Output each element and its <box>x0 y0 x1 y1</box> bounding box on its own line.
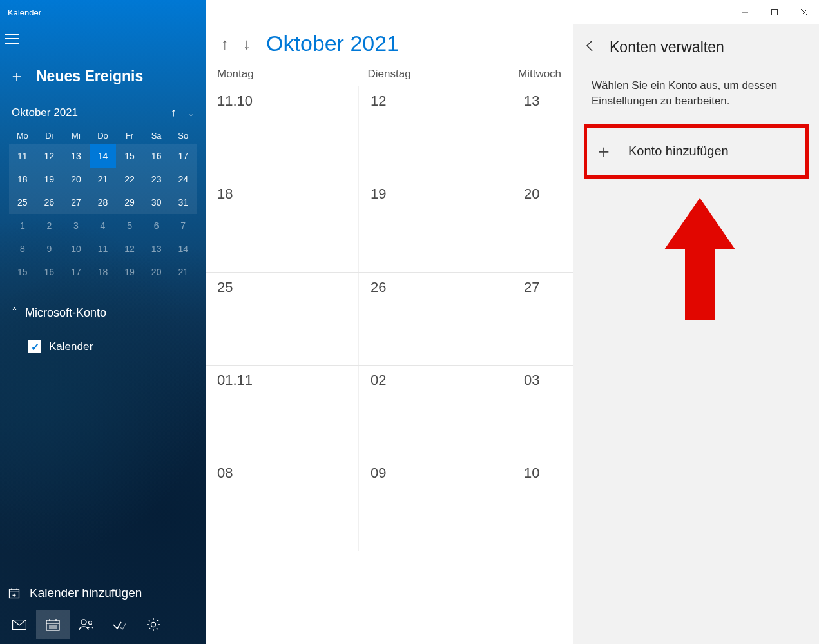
mini-cal-day[interactable]: 19 <box>116 260 143 284</box>
mini-calendar-grid: MoDiMiDoFrSaSo11121314151617181920212223… <box>9 127 197 284</box>
mini-cal-day[interactable]: 5 <box>116 214 143 237</box>
hamburger-menu-button[interactable] <box>0 24 206 54</box>
calendar-cell[interactable]: 25 <box>206 273 359 365</box>
calendar-cell[interactable]: 01.11 <box>206 366 359 458</box>
mini-cal-day[interactable]: 24 <box>169 168 197 191</box>
mini-cal-day[interactable]: 18 <box>9 168 36 191</box>
calendar-item-label: Kalender <box>49 340 93 353</box>
mini-cal-day[interactable]: 15 <box>9 260 36 284</box>
mini-cal-weekday: Di <box>36 127 63 144</box>
add-calendar-label: Kalender hinzufügen <box>30 586 142 600</box>
mini-calendar: Oktober 2021 ↑ ↓ MoDiMiDoFrSaSo111213141… <box>0 98 206 290</box>
mini-cal-weekday: Do <box>90 127 117 144</box>
mini-cal-day[interactable]: 7 <box>169 214 197 237</box>
mini-cal-day[interactable]: 18 <box>90 260 117 284</box>
mini-cal-day[interactable]: 21 <box>90 168 117 191</box>
mini-cal-day[interactable]: 19 <box>36 168 63 191</box>
mini-cal-day[interactable]: 20 <box>143 260 170 284</box>
mini-cal-day[interactable]: 28 <box>90 191 117 214</box>
main-area: ↑ ↓ Oktober 2021 Heute Tage MontagDienst… <box>206 0 819 644</box>
gear-icon[interactable] <box>137 610 170 639</box>
add-account-button[interactable]: ＋ Konto hinzufügen <box>588 129 804 174</box>
calendar-cell[interactable]: 19 <box>359 179 512 271</box>
mini-cal-day[interactable]: 14 <box>169 237 197 260</box>
chevron-up-icon: ˄ <box>12 306 17 320</box>
sidebar: Kalender ＋ Neues Ereignis Oktober 2021 ↑… <box>0 0 206 644</box>
svg-point-18 <box>151 623 156 627</box>
calendar-checkbox-row[interactable]: ✓ Kalender <box>12 320 194 353</box>
mini-cal-day[interactable]: 29 <box>116 191 143 214</box>
annotation-arrow <box>664 198 729 320</box>
mini-cal-weekday: So <box>169 127 197 144</box>
mini-cal-day[interactable]: 15 <box>116 144 143 168</box>
mini-cal-day[interactable]: 11 <box>9 144 36 168</box>
mini-cal-day[interactable]: 4 <box>90 214 117 237</box>
mini-cal-day[interactable]: 16 <box>36 260 63 284</box>
svg-point-16 <box>81 620 86 625</box>
mini-cal-weekday: Mi <box>63 127 90 144</box>
calendar-cell[interactable]: 08 <box>206 458 359 551</box>
panel-title: Konten verwalten <box>610 39 724 56</box>
add-calendar-button[interactable]: Kalender hinzufügen <box>0 580 206 607</box>
mini-cal-day[interactable]: 25 <box>9 191 36 214</box>
mini-cal-day[interactable]: 16 <box>143 144 170 168</box>
checkbox-checked-icon: ✓ <box>28 340 41 353</box>
calendar-cell[interactable]: 26 <box>359 273 512 365</box>
calendar-cell[interactable]: 02 <box>359 366 512 458</box>
mini-cal-day[interactable]: 12 <box>116 237 143 260</box>
mini-cal-day[interactable]: 14 <box>90 144 117 168</box>
mini-cal-day[interactable]: 11 <box>90 237 117 260</box>
day-header: Dienstag <box>368 68 519 81</box>
calendar-cell[interactable]: 09 <box>359 458 512 551</box>
calendar-icon[interactable] <box>36 610 70 639</box>
new-event-button[interactable]: ＋ Neues Ereignis <box>0 54 206 98</box>
next-period-button[interactable]: ↓ <box>239 32 255 55</box>
svg-rect-20 <box>772 10 778 15</box>
prev-period-button[interactable]: ↑ <box>217 32 233 55</box>
mini-cal-day[interactable]: 2 <box>36 214 63 237</box>
account-label: Microsoft-Konto <box>25 306 106 320</box>
mini-cal-day[interactable]: 10 <box>63 237 90 260</box>
close-button[interactable] <box>789 3 819 22</box>
mini-cal-day[interactable]: 8 <box>9 237 36 260</box>
mini-cal-day[interactable]: 26 <box>36 191 63 214</box>
panel-back-button[interactable] <box>581 39 598 56</box>
mini-cal-day[interactable]: 31 <box>169 191 197 214</box>
svg-point-17 <box>89 621 92 625</box>
mini-cal-day[interactable]: 27 <box>63 191 90 214</box>
calendar-cell[interactable]: 11.10 <box>206 86 359 179</box>
panel-description: Wählen Sie ein Konto aus, um dessen Eins… <box>573 68 819 124</box>
add-account-label: Konto hinzufügen <box>628 144 729 159</box>
mini-cal-day[interactable]: 3 <box>63 214 90 237</box>
maximize-button[interactable] <box>760 3 789 22</box>
mini-cal-day[interactable]: 20 <box>63 168 90 191</box>
account-toggle[interactable]: ˄ Microsoft-Konto <box>12 306 194 320</box>
mini-cal-day[interactable]: 23 <box>143 168 170 191</box>
svg-rect-10 <box>46 620 59 630</box>
mini-cal-prev-button[interactable]: ↑ <box>171 106 177 119</box>
calendar-cell[interactable]: 12 <box>359 86 512 179</box>
mini-cal-day[interactable]: 22 <box>116 168 143 191</box>
mini-cal-day[interactable]: 12 <box>36 144 63 168</box>
minimize-button[interactable] <box>730 3 760 22</box>
mini-cal-day[interactable]: 21 <box>169 260 197 284</box>
calendar-cell[interactable]: 18 <box>206 179 359 271</box>
mini-cal-day[interactable]: 30 <box>143 191 170 214</box>
mini-cal-next-button[interactable]: ↓ <box>188 106 194 119</box>
mini-cal-day[interactable]: 17 <box>63 260 90 284</box>
day-header: Montag <box>217 68 368 81</box>
mini-cal-day[interactable]: 6 <box>143 214 170 237</box>
app-title-bar: Kalender <box>0 0 206 24</box>
mini-cal-day[interactable]: 9 <box>36 237 63 260</box>
window-title-bar <box>206 0 819 24</box>
todo-icon[interactable] <box>103 610 137 639</box>
app-title: Kalender <box>8 8 41 17</box>
mini-cal-day[interactable]: 13 <box>63 144 90 168</box>
mini-cal-weekday: Mo <box>9 127 36 144</box>
mini-cal-day[interactable]: 13 <box>143 237 170 260</box>
mail-icon[interactable] <box>3 610 36 639</box>
people-icon[interactable] <box>70 610 103 639</box>
mini-cal-day[interactable]: 17 <box>169 144 197 168</box>
mini-cal-weekday: Fr <box>116 127 143 144</box>
mini-cal-day[interactable]: 1 <box>9 214 36 237</box>
